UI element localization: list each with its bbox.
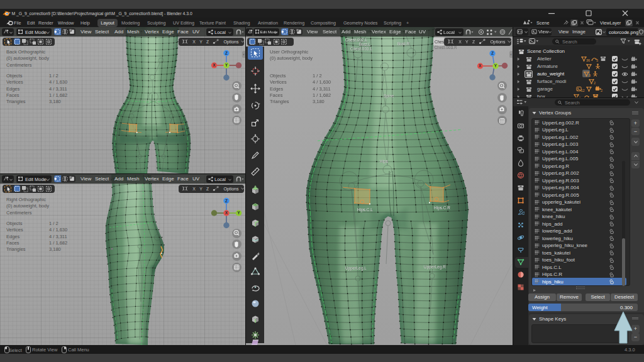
svg-text:Hips.C.L: Hips.C.L xyxy=(357,207,373,212)
svg-text:UpperLeg.R: UpperLeg.R xyxy=(424,265,446,270)
svg-text:UpperLeg.L: UpperLeg.L xyxy=(345,266,367,271)
svg-text:Chest.003.L: Chest.003.L xyxy=(350,47,372,51)
svg-text:Chest.003.R: Chest.003.R xyxy=(434,45,457,49)
svg-text:Bust.R: Bust.R xyxy=(397,41,410,46)
svg-text:Chest.002.L: Chest.002.L xyxy=(345,38,367,42)
svg-text:Spine: Spine xyxy=(384,94,394,99)
svg-text:Hips: Hips xyxy=(380,159,389,164)
svg-text:Ches: Ches xyxy=(435,40,445,44)
svg-text:Hips.C.R: Hips.C.R xyxy=(434,206,450,211)
